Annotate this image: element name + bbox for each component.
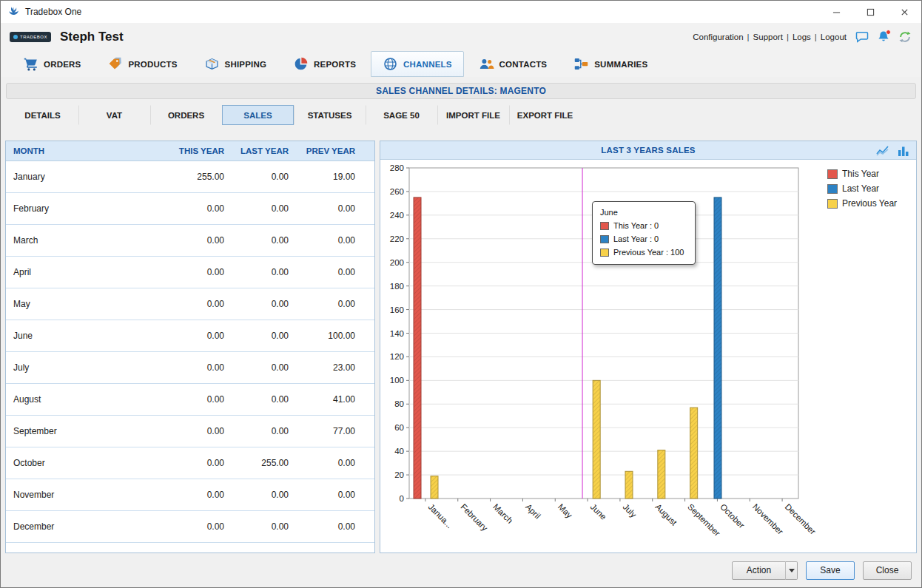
table-row[interactable]: June0.000.00100.00 [6,320,374,352]
month-cell: August [13,394,159,405]
sales-table-panel: MONTHTHIS YEARLAST YEARPREV YEAR January… [5,141,375,553]
tooltip-swatch [600,235,609,243]
header-link-logs[interactable]: Logs [791,33,812,41]
header-link-logout[interactable]: Logout [819,33,848,41]
cart-icon [23,56,38,72]
month-cell: November [13,490,159,500]
tab-statuses[interactable]: STATUSES [294,105,366,125]
header-right: Configuration|Support|Logs|Logout [691,30,912,44]
value-cell: 0.00 [159,490,224,500]
nav-tab-shipping[interactable]: SHIPPING [192,51,279,77]
save-button[interactable]: Save [806,561,855,580]
line-chart-icon[interactable] [876,145,891,156]
box-icon [204,56,220,72]
month-cell: February [13,203,159,214]
column-header-last-year[interactable]: LAST YEAR [224,146,289,155]
table-row[interactable]: August0.000.0041.00 [6,384,374,416]
svg-text:June: June [589,502,608,521]
value-cell: 0.00 [224,172,289,182]
svg-text:260: 260 [390,187,404,196]
legend-item: Previous Year [827,198,913,209]
table-row[interactable]: October0.00255.000.00 [6,447,374,479]
svg-text:200: 200 [390,258,404,267]
legend-swatch [827,169,838,179]
action-button[interactable]: Action [732,561,786,580]
value-cell: 0.00 [224,235,289,246]
link-separator: | [784,33,791,41]
chart-title: LAST 3 YEARS SALES [601,146,695,155]
legend-swatch [827,184,838,194]
value-cell: 0.00 [289,458,355,468]
maximize-button[interactable] [853,1,887,23]
chat-icon[interactable] [855,30,869,44]
svg-text:80: 80 [394,399,404,408]
value-cell: 0.00 [159,521,224,532]
chart-body: 020406080100120140160180200220240260280J… [380,160,916,552]
tab-vat[interactable]: VAT [78,105,150,125]
column-header-month[interactable]: MONTH [13,146,159,155]
header-links: Configuration|Support|Logs|Logout [691,33,848,41]
value-cell: 0.00 [224,490,289,500]
tab-import-file[interactable]: IMPORT FILE [437,105,509,125]
sales-table-header: MONTHTHIS YEARLAST YEARPREV YEAR [6,141,374,161]
tab-sales[interactable]: SALES [222,105,294,125]
header-link-support[interactable]: Support [752,33,784,41]
svg-text:120: 120 [390,352,404,361]
table-row[interactable]: January255.000.0019.00 [6,161,374,193]
table-row[interactable]: April0.000.000.00 [6,257,374,288]
tooltip-item: Previous Year : 100 [600,248,687,257]
svg-text:August: August [653,502,679,527]
nav-tab-summaries[interactable]: SUMMARIES [562,51,659,77]
close-button-footer[interactable]: Close [863,561,912,580]
page-title: SALES CHANNEL DETAILS: MAGENTO [376,86,546,96]
column-header-this-year[interactable]: THIS YEAR [159,146,224,155]
minimize-button[interactable] [819,1,853,23]
sync-refresh-icon[interactable] [898,30,912,44]
value-cell: 0.00 [159,235,224,246]
notifications-bell-icon[interactable] [876,30,891,44]
sales-table-body: January255.000.0019.00February0.000.000.… [6,161,374,552]
table-row[interactable]: May0.000.000.00 [6,288,374,320]
column-header-prev-year[interactable]: PREV YEAR [289,146,355,155]
nav-tab-reports[interactable]: REPORTS [281,51,368,77]
svg-text:20: 20 [394,470,404,479]
svg-text:February: February [459,502,489,533]
tab-details[interactable]: DETAILS [7,105,78,125]
nav-tab-orders[interactable]: ORDERS [11,51,92,77]
table-row[interactable]: March0.000.000.00 [6,225,374,257]
tab-export-file[interactable]: EXPORT FILE [509,105,581,125]
close-button[interactable] [887,1,921,23]
link-separator: | [812,33,819,41]
svg-text:October: October [719,502,747,530]
month-cell: May [13,299,159,309]
value-cell: 0.00 [289,490,355,500]
tab-sage-50[interactable]: SAGE 50 [366,105,437,125]
value-cell: 0.00 [159,458,224,468]
action-dropdown-button[interactable] [785,561,798,580]
table-row[interactable]: December0.000.000.00 [6,511,374,543]
table-row[interactable]: November0.000.000.00 [6,479,374,511]
table-row[interactable]: February0.000.000.00 [6,193,374,225]
nav-tab-label: ORDERS [44,60,81,69]
tab-orders[interactable]: ORDERS [150,105,222,125]
nav-tab-label: CONTACTS [499,60,548,69]
bar-chart-icon[interactable] [898,146,909,156]
month-cell: March [13,235,159,246]
nav-tab-products[interactable]: PRODUCTS [95,51,189,77]
value-cell: 0.00 [289,521,355,532]
table-row[interactable]: September0.000.0077.00 [6,416,374,447]
window-title: Tradebox One [25,7,81,17]
table-row[interactable]: July0.000.0023.00 [6,352,374,384]
svg-text:40: 40 [394,447,404,456]
value-cell: 0.00 [159,394,224,405]
nav-tab-channels[interactable]: CHANNELS [371,51,464,77]
flow-icon [573,56,589,72]
sales-bar-chart[interactable]: 020406080100120140160180200220240260280J… [380,160,824,552]
tooltip-label: Previous Year : 100 [613,248,684,257]
legend-label: Last Year [842,183,879,194]
nav-tab-contacts[interactable]: CONTACTS [467,51,559,77]
svg-text:140: 140 [390,329,404,338]
tooltip-swatch [600,249,609,257]
svg-text:280: 280 [390,163,404,172]
header-link-configuration[interactable]: Configuration [691,33,744,41]
